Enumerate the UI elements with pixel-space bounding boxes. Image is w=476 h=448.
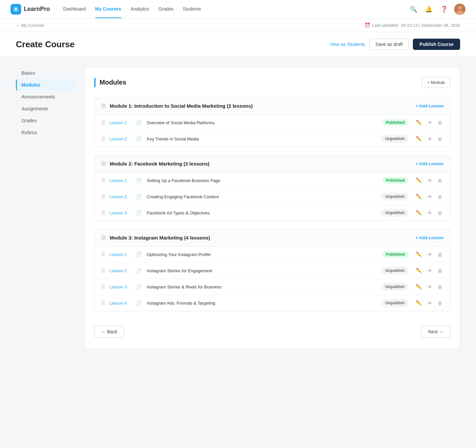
- header-actions: View as Students Save as draft Publish C…: [330, 39, 460, 50]
- edit-button[interactable]: ✏️: [415, 267, 423, 275]
- lesson-drag-icon[interactable]: ☰: [101, 284, 105, 289]
- delete-button[interactable]: 🗑: [437, 251, 444, 258]
- view-button[interactable]: 👁: [426, 267, 433, 275]
- lesson-drag-icon[interactable]: ☰: [101, 178, 105, 183]
- lesson-3-3-link[interactable]: Lesson 3: [109, 284, 132, 289]
- status-badge[interactable]: Unpublish: [381, 135, 408, 142]
- view-as-students-button[interactable]: View as Students: [330, 42, 365, 47]
- module-3-add-lesson-button[interactable]: + Add Lesson: [416, 235, 444, 240]
- next-button[interactable]: Next →: [421, 326, 451, 338]
- edit-button[interactable]: ✏️: [415, 250, 423, 258]
- lesson-drag-icon[interactable]: ☰: [101, 252, 105, 257]
- lesson-file-icon: 📄: [136, 136, 141, 141]
- view-button[interactable]: 👁: [426, 177, 433, 184]
- nav-my-courses[interactable]: My Courses: [95, 0, 121, 18]
- breadcrumb: ← My Courses: [16, 23, 44, 28]
- edit-button[interactable]: ✏️: [415, 209, 423, 217]
- view-button[interactable]: 👁: [426, 119, 433, 127]
- edit-button[interactable]: ✏️: [415, 299, 423, 307]
- module-1-drag-handle[interactable]: ☰: [101, 103, 106, 109]
- lesson-file-icon: 📄: [136, 268, 141, 273]
- table-row: ☰ Lesson 1 📄 Optimizing Your Instagram P…: [95, 246, 450, 263]
- trash-icon: 🗑: [438, 210, 443, 216]
- last-updated-label: Last Updated:: [372, 23, 399, 28]
- pencil-icon: ✏️: [416, 120, 422, 125]
- nav-links: Dashboard My Courses Analytics Grades St…: [63, 0, 409, 18]
- back-to-my-courses[interactable]: ← My Courses: [16, 23, 44, 28]
- pencil-icon: ✏️: [416, 268, 422, 273]
- nav-grades[interactable]: Grades: [158, 0, 174, 18]
- sidebar-item-basics[interactable]: Basics: [16, 67, 75, 79]
- nav-students[interactable]: Students: [183, 0, 201, 18]
- edit-button[interactable]: ✏️: [415, 135, 423, 143]
- module-3-header: ☰ Module 3: Instagram Marketing (4 lesso…: [95, 229, 450, 246]
- lesson-drag-icon[interactable]: ☰: [101, 210, 105, 215]
- add-module-button[interactable]: + Module: [421, 77, 451, 88]
- lesson-drag-icon[interactable]: ☰: [101, 136, 105, 141]
- module-2-add-lesson-button[interactable]: + Add Lesson: [416, 161, 444, 166]
- sidebar-item-announcements[interactable]: Announcements: [16, 91, 75, 102]
- edit-button[interactable]: ✏️: [415, 193, 423, 201]
- nav-analytics[interactable]: Analytics: [131, 0, 149, 18]
- help-button[interactable]: ❓: [439, 4, 449, 14]
- lesson-3-4-link[interactable]: Lesson 4: [109, 301, 132, 306]
- view-button[interactable]: 👁: [426, 209, 433, 217]
- lesson-file-icon: 📄: [136, 210, 141, 215]
- module-2-drag-handle[interactable]: ☰: [101, 161, 106, 167]
- back-button[interactable]: ← Back: [94, 326, 124, 338]
- delete-button[interactable]: 🗑: [437, 283, 444, 291]
- lesson-3-4-actions: ✏️ 👁 🗑: [415, 299, 444, 307]
- status-badge[interactable]: Unpublish: [381, 267, 408, 274]
- delete-button[interactable]: 🗑: [437, 267, 444, 275]
- view-button[interactable]: 👁: [426, 251, 433, 258]
- module-3-drag-handle[interactable]: ☰: [101, 235, 106, 241]
- logo[interactable]: LearnPro: [11, 4, 50, 15]
- status-badge[interactable]: Unpublish: [381, 283, 408, 290]
- delete-button[interactable]: 🗑: [437, 119, 444, 127]
- status-badge[interactable]: Unpublish: [381, 209, 408, 216]
- edit-button[interactable]: ✏️: [415, 283, 423, 291]
- view-button[interactable]: 👁: [426, 283, 433, 291]
- delete-button[interactable]: 🗑: [437, 193, 444, 201]
- sidebar-item-modules[interactable]: Modules: [16, 79, 75, 91]
- delete-button[interactable]: 🗑: [437, 177, 444, 184]
- lesson-3-2-actions: ✏️ 👁 🗑: [415, 267, 444, 275]
- status-badge[interactable]: Unpublish: [381, 299, 408, 307]
- lesson-drag-icon[interactable]: ☰: [101, 194, 105, 199]
- delete-button[interactable]: 🗑: [437, 135, 444, 143]
- edit-button[interactable]: ✏️: [415, 176, 423, 184]
- delete-button[interactable]: 🗑: [437, 299, 444, 307]
- sidebar-item-rubrics[interactable]: Rubrics: [16, 127, 75, 138]
- lesson-drag-icon[interactable]: ☰: [101, 120, 105, 125]
- lesson-1-2-link[interactable]: Lesson 2: [109, 136, 132, 141]
- lesson-3-1-link[interactable]: Lesson 1: [109, 252, 132, 257]
- status-badge[interactable]: Published: [382, 251, 408, 258]
- eye-icon: 👁: [427, 300, 432, 306]
- lesson-2-3-link[interactable]: Lesson 3: [109, 210, 132, 215]
- lesson-drag-icon[interactable]: ☰: [101, 300, 105, 306]
- sidebar-item-grades[interactable]: Grades: [16, 115, 75, 126]
- publish-course-button[interactable]: Publish Course: [413, 39, 460, 50]
- lesson-drag-icon[interactable]: ☰: [101, 268, 105, 273]
- nav-dashboard[interactable]: Dashboard: [63, 0, 86, 18]
- edit-button[interactable]: ✏️: [415, 119, 423, 127]
- notifications-button[interactable]: 🔔: [424, 4, 434, 14]
- delete-button[interactable]: 🗑: [437, 209, 444, 217]
- status-badge[interactable]: Published: [382, 119, 408, 126]
- search-button[interactable]: 🔍: [409, 4, 418, 14]
- status-badge[interactable]: Published: [382, 177, 408, 184]
- sidebar-item-assignments[interactable]: Assignments: [16, 103, 75, 114]
- save-draft-button[interactable]: Save as draft: [369, 39, 409, 50]
- lesson-2-1-link[interactable]: Lesson 1: [109, 178, 132, 183]
- nav-actions: 🔍 🔔 ❓: [409, 4, 465, 15]
- lesson-1-1-link[interactable]: Lesson 1: [109, 120, 132, 125]
- lesson-2-2-link[interactable]: Lesson 2: [109, 194, 132, 199]
- view-button[interactable]: 👁: [426, 299, 433, 307]
- lesson-3-2-link[interactable]: Lesson 2: [109, 268, 132, 273]
- view-button[interactable]: 👁: [426, 193, 433, 201]
- view-button[interactable]: 👁: [426, 135, 433, 143]
- avatar[interactable]: [454, 4, 465, 15]
- module-1-add-lesson-button[interactable]: + Add Lesson: [416, 103, 444, 108]
- status-badge[interactable]: Unpublish: [381, 193, 408, 200]
- trash-icon: 🗑: [438, 136, 443, 142]
